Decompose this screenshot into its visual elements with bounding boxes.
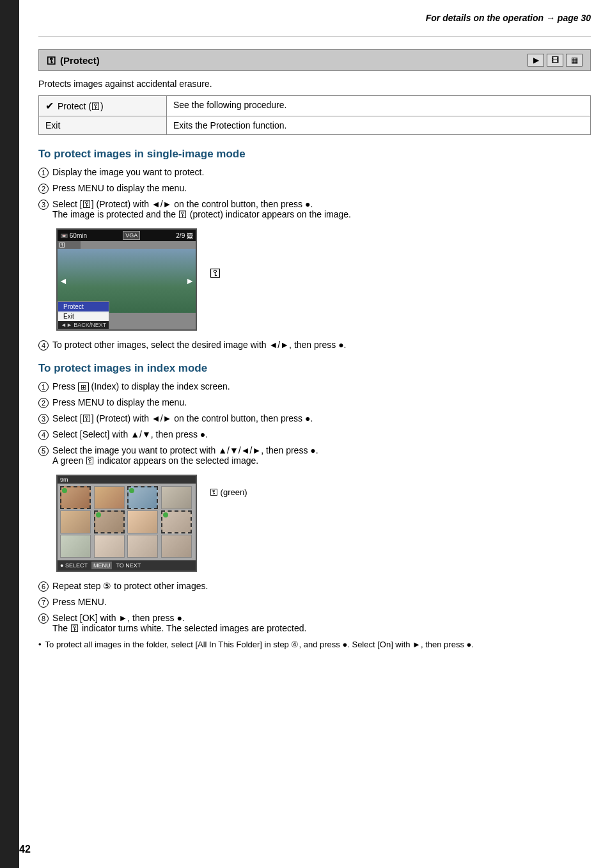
index-cell-2 — [94, 486, 125, 509]
index-cell-3 — [127, 486, 158, 509]
option1-desc: See the following procedure. — [173, 100, 286, 110]
index-step-5-text: Select the image you want to protect wit… — [52, 445, 318, 466]
index-step-num-5: 5 — [38, 446, 49, 456]
back-next-hint: ◄► BACK/NEXT — [58, 321, 109, 329]
option2-label: Exit — [45, 120, 60, 130]
option1-label: Protect (⚿) — [58, 101, 104, 111]
header-text: For details on the operation → page 30 — [426, 13, 591, 23]
green-protect-label: ⚿ (green) — [210, 487, 247, 497]
step-3-text: Select [⚿] (Protect) with ◄/► on the con… — [52, 199, 351, 219]
index-bottom-bar: ● SELECT MENU TO NEXT — [58, 560, 196, 571]
step-4-text: To protect other images, select the desi… — [52, 340, 347, 350]
index-cell-11 — [127, 535, 158, 558]
camera-cassette-icon: 📼 60min — [60, 232, 87, 239]
index-cell-8 — [161, 510, 192, 533]
table-row: ✔ Protect (⚿) See the following procedur… — [39, 96, 591, 116]
index-step-num-2: 2 — [38, 398, 49, 408]
camera-screen: 📼 60min VGA 2/9 🖼 ⚿ ◄ ► Protect Exit ◄► … — [56, 228, 197, 331]
index-step-1-text: Press ⊞ (Index) to display the index scr… — [52, 381, 230, 391]
grid-mode-icon: ▦ — [566, 54, 583, 67]
protect-key-floating: ⚿ — [210, 267, 221, 280]
step-num-4: 4 — [38, 340, 49, 351]
index-step-3-text: Select [⚿] (Protect) with ◄/► on the con… — [52, 413, 313, 423]
protect-dot-6 — [96, 512, 101, 517]
camera-counter: 2/9 🖼 — [176, 232, 193, 239]
menu-item-exit: Exit — [58, 312, 109, 321]
nav-right-icon: ► — [185, 276, 194, 286]
table-cell-desc1: See the following procedure. — [167, 96, 591, 116]
index-mode-steps: 1 Press ⊞ (Index) to display the index s… — [38, 381, 591, 466]
step-num-1: 1 — [38, 168, 49, 178]
list-item: 2 Press MENU to display the menu. — [38, 183, 591, 194]
bullet-note: • To protect all images in the folder, s… — [38, 640, 591, 649]
step-num-3: 3 — [38, 200, 49, 210]
index-cell-12 — [161, 535, 192, 558]
list-item: 5 Select the image you want to protect w… — [38, 445, 591, 466]
index-screen: 9m — [56, 475, 197, 572]
index-step-num-3: 3 — [38, 414, 49, 424]
section-description: Protects images against accidental erasu… — [38, 79, 591, 89]
index-step-4-text: Select [Select] with ▲/▼, then press ●. — [52, 429, 208, 439]
nav-left-icon: ◄ — [59, 276, 68, 286]
camera-mode-icon: 🎞 — [547, 54, 563, 67]
key-icon-title: ⚿ — [47, 55, 56, 66]
single-mode-heading: To protect images in single-image mode — [38, 148, 591, 161]
menu-item-protect: Protect — [58, 302, 109, 312]
vga-tag: VGA — [123, 231, 140, 240]
section-title-bar: ⚿ (Protect) ▶ 🎞 ▦ — [38, 49, 591, 71]
left-tab — [0, 0, 19, 868]
index-step-8-text: Select [OK] with ►, then press ●. The ⚿ … — [52, 613, 306, 633]
page-header: For details on the operation → page 30 — [38, 6, 591, 36]
index-screen-container: 9m — [56, 475, 591, 572]
menu-overlay: Protect Exit ◄► BACK/NEXT — [58, 301, 109, 329]
table-cell-desc2: Exits the Protection function. — [167, 116, 591, 135]
protect-dot-1 — [62, 488, 67, 493]
step-1-text: Display the image you want to protect. — [52, 167, 204, 177]
index-cell-6 — [94, 510, 125, 533]
check-icon: ✔ — [45, 100, 54, 112]
single-mode-step4: 4 To protect other images, select the de… — [38, 340, 591, 351]
option2-desc: Exits the Protection function. — [173, 120, 286, 130]
section-title-left: ⚿ (Protect) — [47, 55, 100, 66]
index-cell-10 — [94, 535, 125, 558]
index-step-6-text: Repeat step ⑤ to protect other images. — [52, 581, 208, 591]
index-grid — [58, 484, 196, 560]
bullet-note-text: To protect all images in the folder, sel… — [45, 640, 474, 649]
table-cell-option2: Exit — [39, 116, 167, 135]
index-top-bar: 9m — [58, 476, 196, 484]
step-num-2: 2 — [38, 184, 49, 194]
protect-dot-3 — [129, 488, 134, 493]
index-cell-1 — [60, 486, 91, 509]
page-content: For details on the operation → page 30 ⚿… — [19, 0, 610, 668]
index-step-num-1: 1 — [38, 382, 49, 392]
table-cell-option1: ✔ Protect (⚿) — [39, 96, 167, 116]
index-cell-9 — [60, 535, 91, 558]
table-row: Exit Exits the Protection function. — [39, 116, 591, 135]
index-step-num-7: 7 — [38, 597, 49, 608]
list-item: 1 Display the image you want to protect. — [38, 167, 591, 178]
index-mode-heading: To protect images in index mode — [38, 362, 591, 375]
protect-dot-8 — [163, 512, 168, 517]
index-step-2-text: Press MENU to display the menu. — [52, 397, 187, 407]
list-item: 4 Select [Select] with ▲/▼, then press ●… — [38, 429, 591, 440]
index-step-num-4: 4 — [38, 430, 49, 440]
menu-table: ✔ Protect (⚿) See the following procedur… — [38, 95, 591, 135]
index-step-num-6: 6 — [38, 581, 49, 592]
index-menu-btn: MENU — [91, 562, 113, 569]
list-item: 1 Press ⊞ (Index) to display the index s… — [38, 381, 591, 392]
page-number: 42 — [19, 844, 31, 855]
list-item: 4 To protect other images, select the de… — [38, 340, 591, 351]
list-item: 8 Select [OK] with ►, then press ●. The … — [38, 613, 591, 633]
section-title-icons: ▶ 🎞 ▦ — [528, 54, 583, 67]
step-2-text: Press MENU to display the menu. — [52, 183, 187, 193]
single-mode-steps: 1 Display the image you want to protect.… — [38, 167, 591, 219]
protect-indicator-screen: ⚿ — [58, 241, 81, 249]
index-step-num-8: 8 — [38, 613, 49, 624]
play-mode-icon: ▶ — [528, 54, 544, 67]
index-select-hint: ● SELECT — [60, 562, 88, 569]
list-item: 3 Select [⚿] (Protect) with ◄/► on the c… — [38, 413, 591, 424]
camera-screen-container: 📼 60min VGA 2/9 🖼 ⚿ ◄ ► Protect Exit ◄► … — [56, 228, 591, 331]
list-item: 2 Press MENU to display the menu. — [38, 397, 591, 408]
index-cell-7 — [127, 510, 158, 533]
list-item: 3 Select [⚿] (Protect) with ◄/► on the c… — [38, 199, 591, 219]
